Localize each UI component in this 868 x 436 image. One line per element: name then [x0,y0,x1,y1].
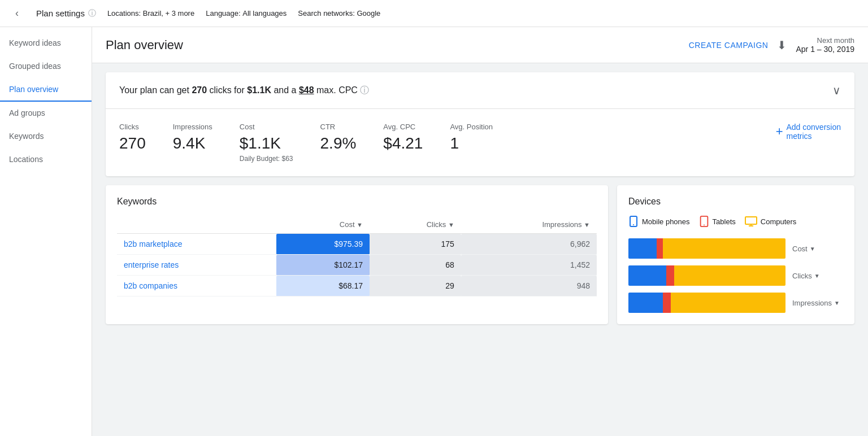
download-icon[interactable]: ⬇ [777,38,787,52]
impressions-bar-container [628,293,785,313]
ctr-label: CTR [320,123,357,131]
clicks-label-text: Clicks [792,272,812,280]
clicks-bar-tablet [666,265,674,286]
clicks-bar-label[interactable]: Clicks ▼ [792,272,843,280]
impressions-label-text: Impressions [792,299,832,307]
content-area: Your plan can get 270 clicks for $1.1K a… [92,63,868,333]
svg-point-3 [704,224,705,225]
cost-label-text: Cost [792,245,808,253]
back-button[interactable]: ‹ [9,6,25,21]
clicks-cell-b2b-marketplace: 175 [370,234,461,255]
table-row: b2b companies $68.17 29 948 [117,276,597,297]
clicks-dropdown-icon: ▼ [814,273,820,279]
sidebar-item-plan-overview[interactable]: Plan overview [0,78,92,102]
cost-bar-label[interactable]: Cost ▼ [792,245,843,253]
metric-clicks: Clicks 270 [119,123,146,152]
avg-cpc-label: Avg. CPC [383,123,423,131]
clicks-cell-b2b-companies: 29 [370,276,461,297]
summary-banner: Your plan can get 270 clicks for $1.1K a… [106,72,854,109]
sidebar-item-locations[interactable]: Locations [0,148,92,171]
keyword-link-enterprise-rates[interactable]: enterprise rates [124,260,179,269]
cost-label: Cost [240,123,293,131]
sidebar-item-keyword-ideas[interactable]: Keyword ideas [0,32,92,55]
mobile-label: Mobile phones [642,217,690,226]
metric-avg-position: Avg. Position 1 [450,123,493,152]
cost-bar-container [628,238,785,259]
keyword-link-b2b-marketplace[interactable]: b2b marketplace [124,239,183,248]
expand-chevron-icon[interactable]: ∨ [832,84,841,97]
impressions-bar-tablet [663,293,671,313]
daily-budget: Daily Budget: $63 [240,155,293,163]
date-range: Next month Apr 1 – 30, 2019 [796,36,854,54]
plus-icon: + [776,124,783,139]
sidebar: Keyword ideas Grouped ideas Plan overvie… [0,27,92,333]
table-row: enterprise rates $102.17 68 1,452 [117,255,597,276]
impressions-dropdown-icon: ▼ [834,300,840,306]
impressions-bar-label[interactable]: Impressions ▼ [792,299,843,307]
sidebar-item-grouped-ideas[interactable]: Grouped ideas [0,55,92,78]
impressions-bar-mobile [628,293,663,313]
computer-label: Computers [761,217,797,226]
date-range-value: Apr 1 – 30, 2019 [796,45,854,54]
sidebar-item-keywords[interactable]: Keywords [0,125,92,148]
impressions-cell-enterprise-rates: 1,452 [461,255,597,276]
svg-point-1 [633,224,634,225]
cost-sort-icon: ▼ [357,221,363,228]
summary-info-icon[interactable]: ⓘ [360,85,369,95]
page-title: Plan overview [106,38,183,53]
cost-dropdown-icon: ▼ [810,246,815,252]
devices-card-title: Devices [628,197,843,207]
two-col-section: Keywords Cost ▼ Clicks ▼ Impressions ▼ b… [106,185,854,324]
clicks-value: 270 [119,134,146,152]
clicks-cell-enterprise-rates: 68 [370,255,461,276]
cost-highlight: $1.1K [247,85,271,95]
col-header-impressions[interactable]: Impressions ▼ [461,216,597,234]
location-meta: Locations: Brazil, + 3 more [107,9,194,18]
tablet-icon [699,216,709,227]
tablet-label: Tablets [713,217,736,226]
computer-icon [745,216,757,226]
clicks-sort-icon: ▼ [448,221,454,228]
impressions-cell-b2b-marketplace: 6,962 [461,234,597,255]
impressions-bar-computer [671,293,785,313]
cost-cell-b2b-companies: $68.17 [276,276,370,297]
legend-computer: Computers [745,216,797,226]
metric-impressions: Impressions 9.4K [173,123,212,152]
legend-mobile: Mobile phones [628,216,690,227]
avg-position-label: Avg. Position [450,123,493,131]
top-bar: ‹ Plan settings ⓘ Locations: Brazil, + 3… [0,0,868,27]
create-campaign-button[interactable]: CREATE CAMPAIGN [689,41,769,50]
metrics-row: Clicks 270 Impressions 9.4K Cost $1.1K D… [106,109,854,176]
keywords-card: Keywords Cost ▼ Clicks ▼ Impressions ▼ b… [106,185,608,324]
sidebar-item-ad-groups[interactable]: Ad groups [0,102,92,125]
device-bar-cost: Cost ▼ [628,238,843,259]
col-header-keyword [117,216,276,234]
add-conversion-button[interactable]: + Add conversion metrics [776,123,841,141]
clicks-bar-container [628,265,785,286]
table-row: b2b marketplace $975.39 175 6,962 [117,234,597,255]
language-meta: Language: All languages [206,9,287,18]
summary-text: Your plan can get 270 clicks for $1.1K a… [119,84,369,97]
network-meta: Search networks: Google [298,9,380,18]
plan-settings-info-icon[interactable]: ⓘ [88,8,96,19]
col-header-cost[interactable]: Cost ▼ [276,216,370,234]
clicks-label: Clicks [119,123,146,131]
cost-value: $1.1K [240,134,293,152]
cost-bar-mobile [628,238,657,259]
avg-cpc-value: $4.21 [383,134,423,152]
page-header: Plan overview CREATE CAMPAIGN ⬇ Next mon… [92,27,868,63]
impressions-cell-b2b-companies: 948 [461,276,597,297]
metric-ctr: CTR 2.9% [320,123,357,152]
clicks-bar-computer [674,265,785,286]
device-bar-clicks: Clicks ▼ [628,265,843,286]
clicks-bar-mobile [628,265,666,286]
device-legend: Mobile phones Tablets [628,216,843,227]
cost-cell-b2b-marketplace: $975.39 [276,234,370,255]
add-conversion-label: Add conversion metrics [786,123,841,141]
keyword-link-b2b-companies[interactable]: b2b companies [124,281,177,290]
col-header-clicks[interactable]: Clicks ▼ [370,216,461,234]
ctr-value: 2.9% [320,134,357,152]
keywords-table: Cost ▼ Clicks ▼ Impressions ▼ b2b market… [117,216,597,297]
summary-card: Your plan can get 270 clicks for $1.1K a… [106,72,854,176]
plan-settings-label: Plan settings [36,8,85,18]
